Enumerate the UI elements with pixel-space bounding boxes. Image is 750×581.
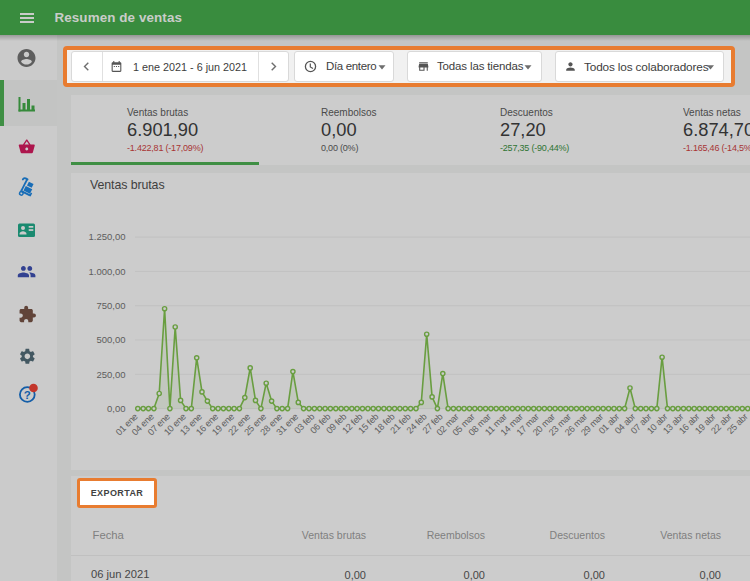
svg-text:?: ? <box>24 389 31 401</box>
svg-text:0,00: 0,00 <box>107 403 126 414</box>
svg-text:1.250,00: 1.250,00 <box>89 231 126 242</box>
svg-text:250,00: 250,00 <box>96 369 125 380</box>
svg-text:1.000,00: 1.000,00 <box>89 266 126 277</box>
svg-text:500,00: 500,00 <box>96 334 125 345</box>
svg-text:750,00: 750,00 <box>96 300 125 311</box>
